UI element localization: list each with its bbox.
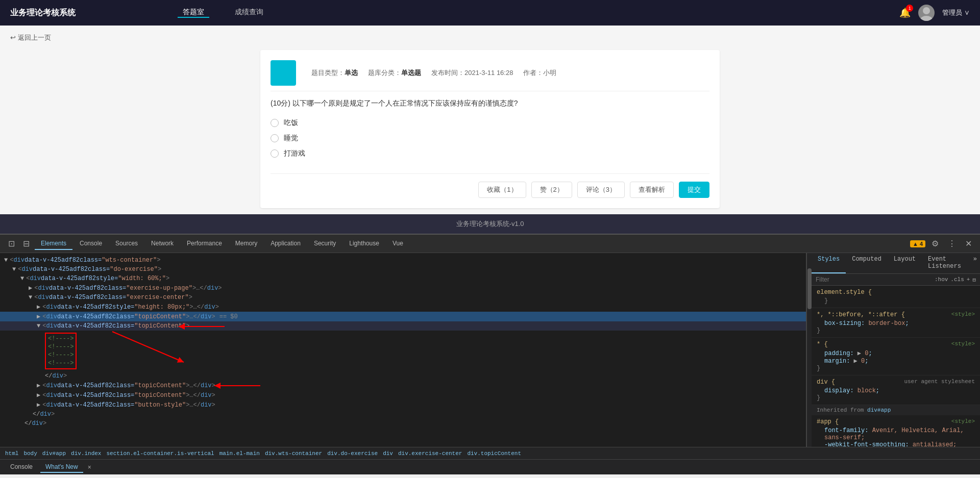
dom-line[interactable]: ▼ <div data-v-425adf82 class="wts-contai… [0, 256, 806, 265]
dom-line[interactable]: ▶ <div data-v-425adf82 style="height: 80… [0, 302, 806, 312]
analysis-button[interactable]: 查看解析 [630, 182, 674, 198]
radio-option-2[interactable] [271, 134, 279, 142]
devtools-bottom-tabs: Console What's New × [0, 459, 980, 474]
close-tab-button[interactable]: × [86, 463, 93, 472]
dom-line[interactable]: ▼ <div data-v-425adf82 style="width: 60%… [0, 274, 806, 283]
collect-button[interactable]: 收藏（1） [478, 182, 526, 198]
svg-point-1 [920, 16, 933, 21]
arrow-annotation-2 [107, 326, 209, 367]
navbar: 业务理论考核系统 答题室 成绩查询 🔔 1 管理员 ∨ [0, 0, 980, 26]
app-brand: 业务理论考核系统 [10, 8, 76, 18]
close-devtools-button[interactable]: ✕ [962, 237, 975, 250]
dom-line-selected[interactable]: ▶ <div data-v-425adf82 class="topicConte… [0, 312, 806, 321]
styles-tabs: Styles Computed Layout Event Listeners » [812, 253, 980, 274]
selector-pseudo: *, *::before, *::after { <style> [817, 311, 975, 318]
dom-line-close2: </div> [0, 410, 806, 419]
tab-security[interactable]: Security [308, 238, 342, 250]
nav-item-scores[interactable]: 成绩查询 [230, 8, 268, 18]
styles-tab-layout[interactable]: Layout [888, 253, 922, 273]
style-rule-div: div { user agent stylesheet display: blo… [812, 375, 980, 405]
question-meta: 题目类型：单选 题库分类：单选题 发布时间：2021-3-11 16:28 作者… [271, 60, 709, 91]
tab-elements[interactable]: Elements [35, 238, 72, 250]
breadcrumb-wts[interactable]: div.wts-container [265, 450, 322, 457]
dom-line-topic2[interactable]: ▶ <div data-v-425adf82 class="topicConte… [0, 381, 806, 390]
breadcrumb-html[interactable]: html [5, 450, 18, 457]
tab-network[interactable]: Network [145, 238, 180, 250]
devtools-toolbar: ⊡ ⊟ Elements Console Sources Network Per… [0, 235, 980, 253]
breadcrumb-section[interactable]: section.el-container.is-vertical [106, 450, 214, 457]
style-rule-element: element.style { } [812, 286, 980, 308]
dom-line[interactable]: ▼ <div data-v-425adf82 class="exercise-c… [0, 293, 806, 302]
tab-lighthouse[interactable]: Lighthouse [343, 238, 385, 250]
breadcrumb-topic[interactable]: div.topicContent [467, 450, 521, 457]
devtools-tabs: Elements Console Sources Network Perform… [35, 238, 908, 250]
breadcrumb-app[interactable]: div#app [42, 450, 66, 457]
device-toggle-button[interactable]: ⊟ [20, 237, 33, 250]
styles-tab-events[interactable]: Event Listeners [922, 253, 967, 273]
comment-line: <!----> [48, 359, 74, 367]
tab-console[interactable]: Console [74, 238, 108, 250]
inherited-label: Inherited from [817, 407, 867, 413]
selector-star: * { <style> [817, 341, 975, 348]
like-button[interactable]: 赞（2） [531, 182, 572, 198]
comment-button[interactable]: 评论（3） [577, 182, 625, 198]
styles-tab-more[interactable]: » [967, 253, 980, 273]
breadcrumb-index[interactable]: div.index [71, 450, 101, 457]
rule-source: <style> [951, 311, 975, 317]
warning-badge: ▲ 4 [910, 240, 925, 247]
dom-line-close3: </div> [0, 419, 806, 428]
tab-sources[interactable]: Sources [109, 238, 144, 250]
notification-bell[interactable]: 🔔 1 [899, 7, 911, 18]
filter-grid[interactable]: ⊟ [972, 276, 976, 283]
dom-line[interactable]: ▼ <div data-v-425adf82 class="do-exercis… [0, 265, 806, 274]
nav-item-quiz[interactable]: 答题室 [178, 8, 209, 18]
styles-tab-styles[interactable]: Styles [812, 253, 846, 273]
svg-line-3 [112, 332, 184, 362]
option-item[interactable]: 吃饭 [271, 118, 709, 128]
style-close: } [817, 365, 975, 372]
breadcrumb-center[interactable]: div.exercise-center [398, 450, 462, 457]
submit-button[interactable]: 提交 [679, 182, 709, 198]
tab-vue[interactable]: Vue [386, 238, 409, 250]
page-footer: 业务理论考核系统-v1.0 [0, 214, 980, 234]
filter-tag-cls[interactable]: .cls [950, 276, 964, 283]
dom-line-btn[interactable]: ▶ <div data-v-425adf82 class="button-sty… [0, 400, 806, 410]
styles-tab-computed[interactable]: Computed [846, 253, 888, 273]
breadcrumb-div[interactable]: div [383, 450, 393, 457]
rule-source: <style> [951, 341, 975, 347]
option-item[interactable]: 打游戏 [271, 149, 709, 158]
question-icon [271, 60, 296, 86]
style-property: box-sizing: border-box; [817, 320, 975, 327]
dom-line-close[interactable]: </div> [0, 371, 806, 381]
navbar-right: 🔔 1 管理员 ∨ [899, 5, 970, 21]
tab-memory[interactable]: Memory [229, 238, 263, 250]
dom-line[interactable]: ▶ <div data-v-425adf82 class="exercise-u… [0, 283, 806, 293]
inspect-element-button[interactable]: ⊡ [5, 237, 18, 250]
option-item[interactable]: 睡觉 [271, 134, 709, 143]
inherited-from[interactable]: div#app [867, 407, 891, 413]
elements-panel[interactable]: ▼ <div data-v-425adf82 class="wts-contai… [0, 253, 806, 447]
radio-option-3[interactable] [271, 149, 279, 158]
bottom-tab-console[interactable]: Console [5, 462, 38, 473]
more-button[interactable]: ⋮ [945, 237, 959, 250]
styles-filter-input[interactable] [816, 276, 935, 283]
user-name[interactable]: 管理员 ∨ [942, 8, 970, 17]
filter-tag-hov[interactable]: :hov [935, 276, 948, 283]
selector-element: element.style { [817, 289, 975, 296]
radio-option-1[interactable] [271, 119, 279, 127]
dom-scrollbar[interactable] [806, 253, 812, 447]
main-content: ↩ 返回上一页 题目类型：单选 题库分类：单选题 发布时间：2021-3-11 … [0, 26, 980, 214]
breadcrumb-exercise[interactable]: div.do-exercise [327, 450, 378, 457]
arrow-annotation-3 [209, 381, 271, 390]
tab-performance[interactable]: Performance [181, 238, 228, 250]
breadcrumb-main[interactable]: main.el-main [219, 450, 260, 457]
style-rule-app: #app { <style> font-family: Avenir, Helv… [812, 415, 980, 447]
tab-application[interactable]: Application [264, 238, 307, 250]
bottom-tab-whatsnew[interactable]: What's New [40, 462, 83, 473]
breadcrumb-body[interactable]: body [23, 450, 37, 457]
back-link[interactable]: ↩ 返回上一页 [10, 33, 970, 42]
dom-line-topic3[interactable]: ▶ <div data-v-425adf82 class="topicConte… [0, 390, 806, 400]
settings-button[interactable]: ⚙ [928, 237, 942, 250]
style-property-font: font-family: Avenir, Helvetica, Arial, s… [817, 427, 975, 441]
filter-plus[interactable]: + [967, 276, 970, 283]
